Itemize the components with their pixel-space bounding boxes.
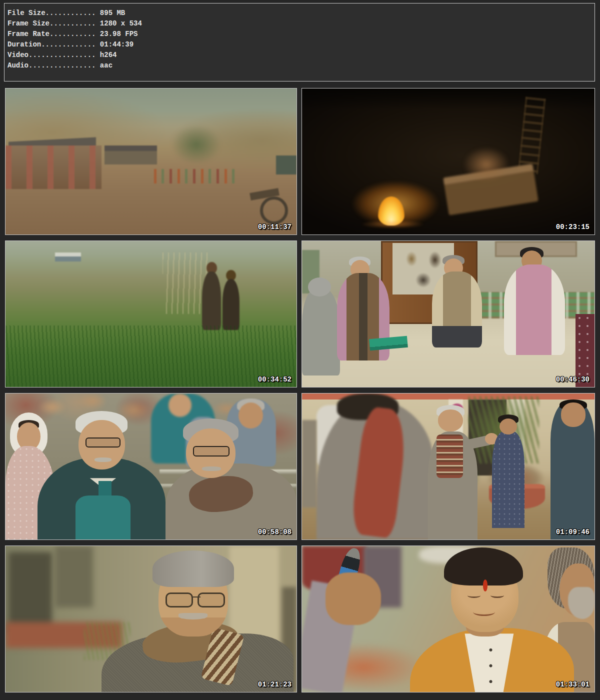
kurta-man-face: [500, 418, 517, 434]
screenshot-thumb-7: 01:21:23: [5, 546, 297, 692]
tweed-man-glasses: [193, 446, 230, 456]
right-man-beard: [568, 587, 594, 619]
closed-eye-left: [468, 592, 480, 598]
villagers-group: [154, 169, 236, 184]
screenshot-thumb-8: 01:33:01: [302, 546, 595, 692]
people-on-cot: [463, 147, 510, 182]
suit-man-mustache: [94, 458, 112, 462]
big-man-face: [561, 402, 586, 428]
man-3-body: [432, 272, 482, 348]
timestamp-overlay: 00:58:08: [258, 528, 292, 536]
foliage-shadow: [302, 88, 594, 109]
blue-shirt-man-face: [238, 402, 263, 429]
elder-face: [438, 410, 463, 432]
timestamp-overlay: 00:23:15: [556, 223, 590, 231]
scene-field: [6, 241, 296, 387]
tweed-man-mustache: [202, 466, 221, 471]
info-line-frame-rate: Frame Rate........... 23.98 FPS: [8, 29, 590, 40]
distant-shed: [55, 252, 81, 262]
scene-village: [6, 88, 296, 234]
screenshots-grid: 00:11:37 00:23:15 00:34:52: [5, 88, 595, 692]
blurred-doorway-2: [55, 546, 93, 608]
timestamp-overlay: 01:21:23: [258, 680, 292, 688]
cart-wheel: [260, 196, 288, 224]
glasses-right-lens: [198, 592, 225, 607]
second-hut: [104, 146, 157, 164]
timestamp-overlay: 00:11:37: [258, 223, 292, 231]
red-tilak: [483, 580, 488, 591]
elder-plaid-scarf: [436, 434, 463, 478]
grass-texture: [6, 326, 296, 387]
timestamp-overlay: 01:33:01: [556, 680, 590, 688]
info-line-frame-size: Frame Size........... 1280 x 534: [8, 18, 590, 29]
kurta-man-body: [492, 432, 524, 528]
child-2-body: [222, 279, 240, 330]
closed-eye-right: [490, 592, 504, 598]
timestamp-overlay: 00:34:52: [258, 376, 292, 384]
info-line-video: Video................ h264: [8, 50, 590, 60]
scene-closeup: [6, 546, 296, 692]
scene-living-room: [302, 241, 594, 387]
glasses-bridge: [192, 596, 200, 598]
timestamp-overlay: 01:09:46: [556, 528, 590, 536]
suit-man-glasses: [86, 438, 120, 448]
gray-hair: [152, 550, 234, 587]
screenshot-thumb-2: 00:23:15: [302, 88, 595, 235]
screenshot-thumb-1: 00:11:37: [5, 88, 297, 235]
bystander-left-sliver: [302, 420, 316, 508]
vest-buttons: [486, 642, 496, 689]
screenshot-thumb-5: 00:58:08: [5, 393, 297, 540]
scene-courtyard: [302, 394, 594, 540]
info-line-audio: Audio................ aac: [8, 60, 590, 71]
clasped-hands: [326, 572, 381, 625]
teal-woman-face: [168, 394, 192, 417]
screenshots-page: { "colors": { "page_bg": "#262626", "pan…: [0, 0, 600, 700]
man-1-body: [302, 288, 340, 375]
child-1-body: [202, 272, 221, 330]
blurred-doorway-1: [8, 552, 52, 634]
scene-mic: [302, 546, 594, 692]
scene-night-hut: [302, 88, 594, 234]
tree-blob: [172, 125, 221, 164]
screenshot-thumb-3: 00:34:52: [5, 240, 297, 388]
screenshot-thumb-6: 01:09:46: [302, 393, 595, 540]
scene-audience: [6, 394, 296, 540]
screenshot-thumb-4: 00:46:30: [302, 240, 595, 388]
suit-man-sweater: [76, 496, 131, 540]
truck: [276, 156, 296, 174]
building-wall-pillars: [6, 146, 102, 190]
man-4-body: [504, 264, 566, 355]
timestamp-overlay: 00:46:30: [556, 376, 590, 384]
man-1-hair: [308, 278, 332, 296]
embers: [360, 220, 425, 229]
media-info-panel: File Size............ 895 MB Frame Size.…: [4, 3, 595, 82]
info-line-file-size: File Size............ 895 MB: [8, 8, 590, 18]
glasses-left-lens: [166, 592, 193, 607]
info-line-duration: Duration............. 01:44:39: [8, 40, 590, 50]
